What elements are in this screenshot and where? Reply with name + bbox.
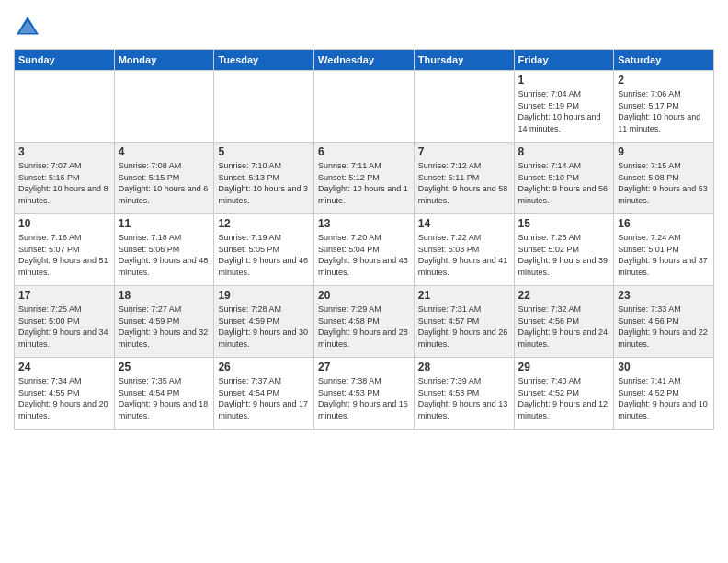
calendar-cell: 7Sunrise: 7:12 AM Sunset: 5:11 PM Daylig… bbox=[414, 143, 514, 214]
day-info: Sunrise: 7:34 AM Sunset: 4:55 PM Dayligh… bbox=[18, 375, 110, 421]
weekday-header-sunday: Sunday bbox=[15, 50, 115, 71]
calendar-cell: 18Sunrise: 7:27 AM Sunset: 4:59 PM Dayli… bbox=[114, 286, 214, 358]
day-number: 4 bbox=[119, 145, 210, 158]
calendar-cell: 4Sunrise: 7:08 AM Sunset: 5:15 PM Daylig… bbox=[114, 143, 214, 214]
day-number: 15 bbox=[518, 217, 610, 230]
day-info: Sunrise: 7:06 AM Sunset: 5:17 PM Dayligh… bbox=[618, 88, 710, 134]
day-info: Sunrise: 7:16 AM Sunset: 5:07 PM Dayligh… bbox=[18, 232, 110, 278]
day-info: Sunrise: 7:25 AM Sunset: 5:00 PM Dayligh… bbox=[18, 304, 110, 350]
day-number: 23 bbox=[618, 289, 710, 302]
day-info: Sunrise: 7:12 AM Sunset: 5:11 PM Dayligh… bbox=[418, 160, 510, 206]
week-row-2: 3Sunrise: 7:07 AM Sunset: 5:16 PM Daylig… bbox=[15, 143, 714, 214]
calendar-cell: 10Sunrise: 7:16 AM Sunset: 5:07 PM Dayli… bbox=[15, 214, 115, 286]
day-info: Sunrise: 7:37 AM Sunset: 4:54 PM Dayligh… bbox=[218, 375, 310, 421]
week-row-1: 1Sunrise: 7:04 AM Sunset: 5:19 PM Daylig… bbox=[15, 71, 714, 143]
calendar-cell bbox=[414, 71, 514, 143]
day-number: 29 bbox=[518, 361, 610, 373]
day-info: Sunrise: 7:31 AM Sunset: 4:57 PM Dayligh… bbox=[418, 304, 510, 350]
day-number: 8 bbox=[518, 145, 610, 158]
calendar-cell: 21Sunrise: 7:31 AM Sunset: 4:57 PM Dayli… bbox=[414, 286, 514, 358]
day-info: Sunrise: 7:10 AM Sunset: 5:13 PM Dayligh… bbox=[218, 160, 310, 206]
day-info: Sunrise: 7:33 AM Sunset: 4:56 PM Dayligh… bbox=[618, 304, 710, 350]
day-number: 30 bbox=[618, 361, 710, 373]
calendar-cell: 23Sunrise: 7:33 AM Sunset: 4:56 PM Dayli… bbox=[614, 286, 714, 358]
weekday-header-saturday: Saturday bbox=[614, 50, 714, 71]
calendar-cell: 16Sunrise: 7:24 AM Sunset: 5:01 PM Dayli… bbox=[614, 214, 714, 286]
day-info: Sunrise: 7:39 AM Sunset: 4:53 PM Dayligh… bbox=[418, 375, 510, 421]
weekday-header-monday: Monday bbox=[114, 50, 214, 71]
calendar-cell: 9Sunrise: 7:15 AM Sunset: 5:08 PM Daylig… bbox=[614, 143, 714, 214]
header bbox=[14, 9, 714, 41]
week-row-3: 10Sunrise: 7:16 AM Sunset: 5:07 PM Dayli… bbox=[15, 214, 714, 286]
calendar-cell: 19Sunrise: 7:28 AM Sunset: 4:59 PM Dayli… bbox=[214, 286, 314, 358]
calendar-cell: 29Sunrise: 7:40 AM Sunset: 4:52 PM Dayli… bbox=[514, 358, 614, 430]
day-number: 22 bbox=[518, 289, 610, 302]
day-info: Sunrise: 7:38 AM Sunset: 4:53 PM Dayligh… bbox=[318, 375, 410, 421]
calendar-cell: 24Sunrise: 7:34 AM Sunset: 4:55 PM Dayli… bbox=[15, 358, 115, 430]
day-number: 19 bbox=[218, 289, 310, 302]
calendar-cell: 11Sunrise: 7:18 AM Sunset: 5:06 PM Dayli… bbox=[114, 214, 214, 286]
calendar-cell bbox=[314, 71, 415, 143]
calendar-table: SundayMondayTuesdayWednesdayThursdayFrid… bbox=[14, 49, 714, 430]
weekday-header-thursday: Thursday bbox=[414, 50, 514, 71]
logo bbox=[14, 14, 45, 41]
day-info: Sunrise: 7:15 AM Sunset: 5:08 PM Dayligh… bbox=[618, 160, 710, 206]
calendar-cell: 28Sunrise: 7:39 AM Sunset: 4:53 PM Dayli… bbox=[414, 358, 514, 430]
calendar-cell: 1Sunrise: 7:04 AM Sunset: 5:19 PM Daylig… bbox=[514, 71, 614, 143]
week-row-5: 24Sunrise: 7:34 AM Sunset: 4:55 PM Dayli… bbox=[15, 358, 714, 430]
day-info: Sunrise: 7:29 AM Sunset: 4:58 PM Dayligh… bbox=[318, 304, 410, 350]
calendar-cell: 2Sunrise: 7:06 AM Sunset: 5:17 PM Daylig… bbox=[614, 71, 714, 143]
day-info: Sunrise: 7:08 AM Sunset: 5:15 PM Dayligh… bbox=[119, 160, 210, 206]
weekday-header-friday: Friday bbox=[514, 50, 614, 71]
day-info: Sunrise: 7:35 AM Sunset: 4:54 PM Dayligh… bbox=[119, 375, 210, 421]
day-info: Sunrise: 7:40 AM Sunset: 4:52 PM Dayligh… bbox=[518, 375, 610, 421]
header-row: SundayMondayTuesdayWednesdayThursdayFrid… bbox=[15, 50, 714, 71]
day-number: 26 bbox=[218, 361, 310, 373]
day-number: 5 bbox=[218, 145, 310, 158]
calendar-cell: 20Sunrise: 7:29 AM Sunset: 4:58 PM Dayli… bbox=[314, 286, 415, 358]
day-number: 25 bbox=[119, 361, 210, 373]
calendar-cell: 3Sunrise: 7:07 AM Sunset: 5:16 PM Daylig… bbox=[15, 143, 115, 214]
week-row-4: 17Sunrise: 7:25 AM Sunset: 5:00 PM Dayli… bbox=[15, 286, 714, 358]
day-number: 6 bbox=[318, 145, 410, 158]
day-info: Sunrise: 7:04 AM Sunset: 5:19 PM Dayligh… bbox=[518, 88, 610, 134]
weekday-header-wednesday: Wednesday bbox=[314, 50, 415, 71]
weekday-header-tuesday: Tuesday bbox=[214, 50, 314, 71]
calendar-cell: 27Sunrise: 7:38 AM Sunset: 4:53 PM Dayli… bbox=[314, 358, 415, 430]
calendar-cell: 13Sunrise: 7:20 AM Sunset: 5:04 PM Dayli… bbox=[314, 214, 415, 286]
day-info: Sunrise: 7:28 AM Sunset: 4:59 PM Dayligh… bbox=[218, 304, 310, 350]
day-number: 12 bbox=[218, 217, 310, 230]
day-number: 20 bbox=[318, 289, 410, 302]
day-info: Sunrise: 7:07 AM Sunset: 5:16 PM Dayligh… bbox=[18, 160, 110, 206]
day-number: 18 bbox=[119, 289, 210, 302]
calendar-cell: 5Sunrise: 7:10 AM Sunset: 5:13 PM Daylig… bbox=[214, 143, 314, 214]
day-info: Sunrise: 7:41 AM Sunset: 4:52 PM Dayligh… bbox=[618, 375, 710, 421]
day-number: 11 bbox=[119, 217, 210, 230]
day-number: 3 bbox=[18, 145, 110, 158]
day-number: 28 bbox=[418, 361, 510, 373]
day-number: 13 bbox=[318, 217, 410, 230]
day-number: 24 bbox=[18, 361, 110, 373]
calendar-cell: 30Sunrise: 7:41 AM Sunset: 4:52 PM Dayli… bbox=[614, 358, 714, 430]
day-info: Sunrise: 7:32 AM Sunset: 4:56 PM Dayligh… bbox=[518, 304, 610, 350]
day-info: Sunrise: 7:27 AM Sunset: 4:59 PM Dayligh… bbox=[119, 304, 210, 350]
day-number: 27 bbox=[318, 361, 410, 373]
day-number: 14 bbox=[418, 217, 510, 230]
day-info: Sunrise: 7:20 AM Sunset: 5:04 PM Dayligh… bbox=[318, 232, 410, 278]
calendar-cell: 15Sunrise: 7:23 AM Sunset: 5:02 PM Dayli… bbox=[514, 214, 614, 286]
calendar-cell: 17Sunrise: 7:25 AM Sunset: 5:00 PM Dayli… bbox=[15, 286, 115, 358]
calendar-cell: 6Sunrise: 7:11 AM Sunset: 5:12 PM Daylig… bbox=[314, 143, 415, 214]
day-info: Sunrise: 7:24 AM Sunset: 5:01 PM Dayligh… bbox=[618, 232, 710, 278]
calendar-cell: 25Sunrise: 7:35 AM Sunset: 4:54 PM Dayli… bbox=[114, 358, 214, 430]
day-info: Sunrise: 7:22 AM Sunset: 5:03 PM Dayligh… bbox=[418, 232, 510, 278]
day-number: 7 bbox=[418, 145, 510, 158]
day-number: 2 bbox=[618, 74, 710, 86]
day-number: 17 bbox=[18, 289, 110, 302]
day-number: 1 bbox=[518, 74, 610, 86]
day-info: Sunrise: 7:11 AM Sunset: 5:12 PM Dayligh… bbox=[318, 160, 410, 206]
day-number: 9 bbox=[618, 145, 710, 158]
day-info: Sunrise: 7:18 AM Sunset: 5:06 PM Dayligh… bbox=[119, 232, 210, 278]
day-number: 21 bbox=[418, 289, 510, 302]
calendar-cell bbox=[214, 71, 314, 143]
day-info: Sunrise: 7:23 AM Sunset: 5:02 PM Dayligh… bbox=[518, 232, 610, 278]
